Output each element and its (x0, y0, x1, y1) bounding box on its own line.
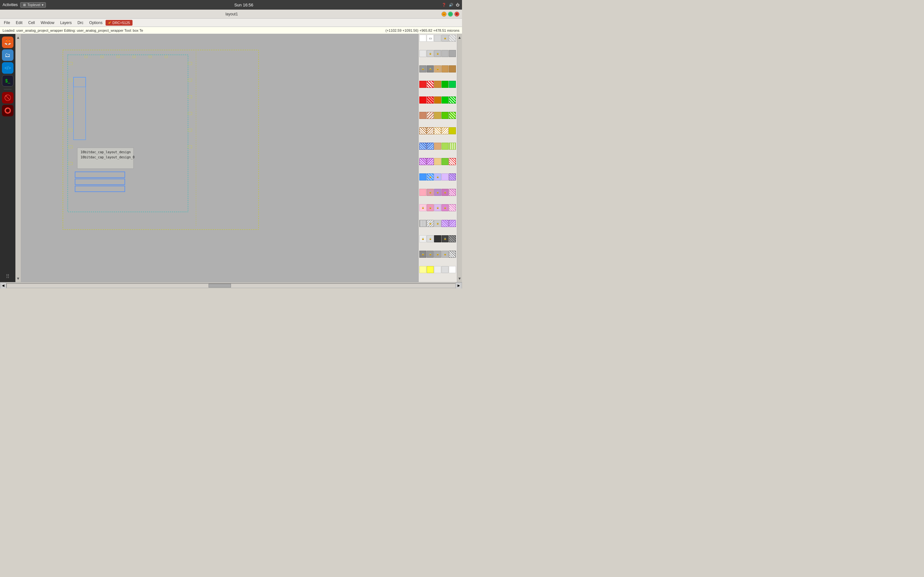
help-icon[interactable]: ❓ (442, 3, 446, 7)
layer-cell[interactable]: 🔒 (434, 173, 441, 181)
layer-cell[interactable] (449, 204, 456, 211)
close-button[interactable]: ✕ (454, 11, 459, 17)
layer-cell[interactable] (449, 266, 456, 273)
layer-cell[interactable] (434, 158, 441, 165)
layer-cell[interactable] (419, 81, 426, 88)
layer-cell[interactable]: 🔒 (419, 65, 426, 73)
maximize-button[interactable]: □ (448, 11, 453, 17)
layer-cell[interactable] (449, 173, 456, 181)
layer-cell[interactable]: 🔒 (427, 173, 434, 181)
layer-cell[interactable]: ▭ (427, 35, 434, 42)
layer-cell[interactable] (441, 81, 449, 88)
layer-cell[interactable] (449, 81, 456, 88)
minimize-button[interactable]: ─ (441, 11, 447, 17)
layer-cell[interactable] (441, 97, 449, 103)
layer-cell[interactable]: 🔒 (441, 235, 449, 242)
layer-cell[interactable]: 🔒 (419, 204, 426, 211)
layer-cell[interactable] (441, 220, 449, 227)
layer-cell[interactable] (449, 112, 456, 119)
sound-icon[interactable]: 🔊 (449, 3, 453, 7)
layer-cell[interactable] (441, 173, 449, 181)
layer-cell[interactable] (419, 127, 426, 134)
layer-cell[interactable]: 🔒 (434, 204, 441, 211)
layer-cell[interactable]: 🔒 (434, 220, 441, 227)
taskbar-more[interactable]: ⠿ (6, 274, 10, 279)
layer-cell[interactable] (434, 35, 441, 42)
layer-cell[interactable] (441, 127, 449, 134)
menu-cell[interactable]: Cell (26, 20, 37, 26)
menu-edit[interactable]: Edit (13, 20, 25, 26)
layer-cell[interactable] (449, 251, 456, 258)
vert-scroll-up[interactable]: ▲ (458, 34, 462, 41)
layer-cell[interactable] (427, 112, 434, 119)
taskbar-app2[interactable]: ⭕ (2, 105, 13, 116)
layer-cell[interactable] (449, 158, 456, 165)
scroll-track[interactable] (6, 284, 456, 288)
menu-layers[interactable]: Layers (57, 20, 74, 26)
scroll-down-arrow[interactable]: ▼ (16, 275, 20, 282)
layer-cell[interactable] (419, 220, 426, 227)
layer-cell[interactable] (434, 81, 441, 88)
activities-button[interactable]: Activities (3, 3, 18, 7)
scroll-left-button[interactable]: ◀ (0, 282, 6, 289)
layer-cell[interactable] (427, 143, 434, 150)
left-scroll[interactable]: ▲ ▼ (15, 34, 21, 282)
power-icon[interactable]: ⏻ (456, 3, 459, 7)
layer-cell[interactable] (434, 112, 441, 119)
layer-cell[interactable] (419, 266, 426, 273)
vert-scroll-down[interactable]: ▼ (458, 275, 462, 282)
layer-cell[interactable]: 🔒 (434, 189, 441, 196)
layer-cell[interactable] (434, 143, 441, 150)
menu-drc[interactable]: Drc (75, 20, 86, 26)
layer-cell[interactable] (441, 266, 449, 273)
layer-cell[interactable] (419, 189, 426, 196)
layout-canvas-area[interactable]: 10bitdac_cap_layout_design 10bitdac_cap_… (21, 34, 418, 282)
layer-cell[interactable] (427, 97, 434, 103)
taskbar-firefox[interactable]: 🦊 (2, 37, 13, 48)
layer-cell[interactable]: 🔒 (441, 189, 449, 196)
layer-cell[interactable] (427, 81, 434, 88)
menu-window[interactable]: Window (38, 20, 57, 26)
layer-cell[interactable] (449, 65, 456, 73)
scroll-up-arrow[interactable]: ▲ (16, 34, 20, 41)
scroll-thumb[interactable] (208, 284, 231, 287)
layer-cell[interactable] (434, 127, 441, 134)
layer-cell[interactable] (441, 112, 449, 119)
layer-cell[interactable]: 🔒 (441, 35, 449, 42)
layer-cell[interactable] (427, 158, 434, 165)
vertical-scrollbar[interactable]: ▲ ▼ (457, 34, 462, 282)
drc-badge[interactable]: ✔ DRC=5125 (105, 20, 132, 26)
layer-cell[interactable] (419, 97, 426, 103)
layer-cell[interactable]: 🔒 (419, 251, 426, 258)
layer-cell[interactable]: 🔒 (441, 251, 449, 258)
layer-cell[interactable] (419, 112, 426, 119)
layer-cell[interactable] (449, 220, 456, 227)
layer-cell[interactable] (441, 158, 449, 165)
layer-cell[interactable]: 🔒 (434, 65, 441, 73)
menu-file[interactable]: File (1, 20, 13, 26)
layer-cell[interactable]: 🔒 (434, 251, 441, 258)
layer-cell[interactable] (449, 35, 456, 42)
layer-cell[interactable] (434, 97, 441, 103)
layer-cell[interactable] (419, 50, 426, 57)
taskbar-vscode[interactable]: </> (2, 62, 13, 74)
layer-cell[interactable] (441, 143, 449, 150)
scroll-right-button[interactable]: ▶ (456, 282, 462, 289)
layer-cell[interactable]: 🔒 (419, 235, 426, 242)
layer-cell[interactable] (449, 50, 456, 57)
toplevel-badge[interactable]: 🖥 Toplevel ▾ (20, 2, 45, 8)
layer-cell[interactable] (434, 266, 441, 273)
taskbar-terminal[interactable]: $_ (2, 75, 13, 87)
layer-cell[interactable] (449, 127, 456, 134)
layer-cell[interactable] (419, 158, 426, 165)
taskbar-app1[interactable]: 🚫 (2, 92, 13, 103)
layer-cell[interactable]: 🔒 (434, 50, 441, 57)
layer-cell[interactable]: 🔒 (427, 65, 434, 73)
layer-cell[interactable]: 🔒 (427, 220, 434, 227)
layer-cell[interactable] (427, 266, 434, 273)
horizontal-scrollbar[interactable]: ◀ ▶ (0, 282, 462, 288)
taskbar-files[interactable]: 🗂 (2, 49, 13, 61)
layer-cell[interactable]: 🔒 (427, 235, 434, 242)
layer-cell[interactable]: 🔒 (427, 251, 434, 258)
layer-cell[interactable]: 🔒 (427, 50, 434, 57)
